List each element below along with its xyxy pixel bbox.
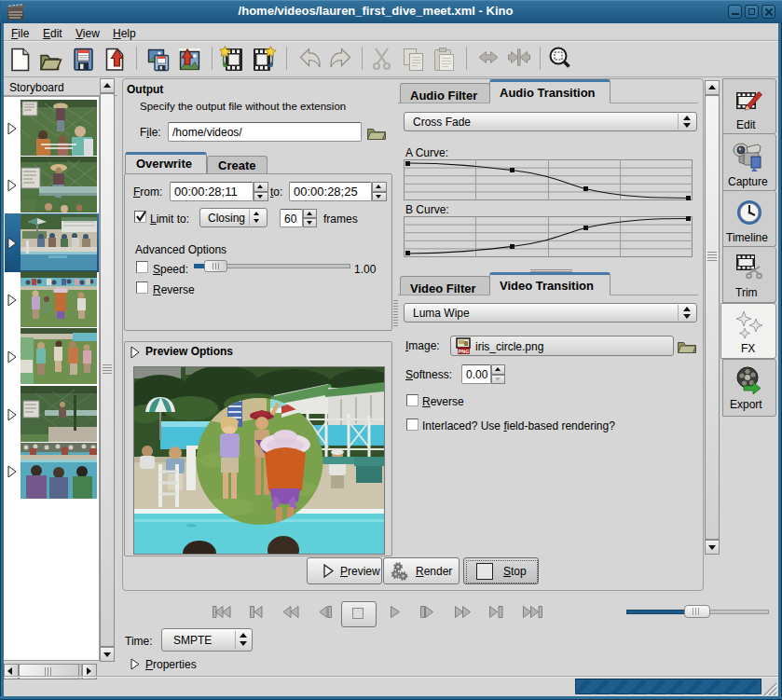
svg-text:PNG: PNG xyxy=(459,349,470,354)
